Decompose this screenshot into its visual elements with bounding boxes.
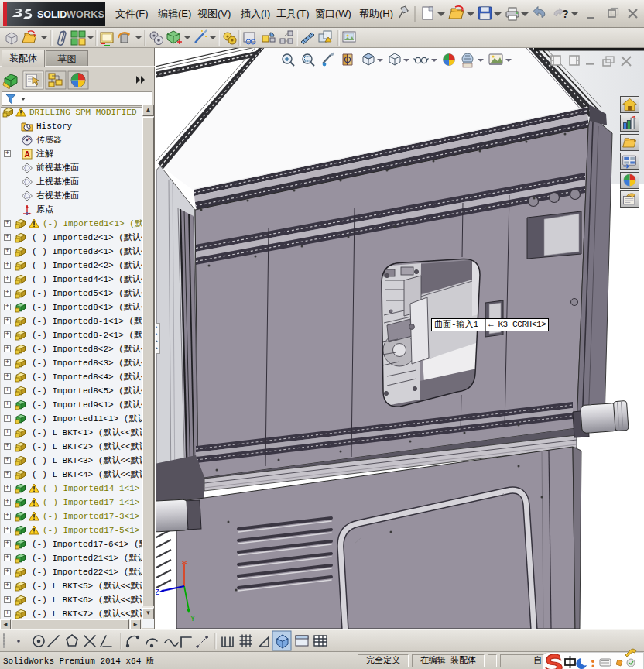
svg-text:?: ? bbox=[562, 8, 569, 20]
svg-text:Z: Z bbox=[156, 588, 159, 597]
svg-text:WORKS: WORKS bbox=[67, 9, 104, 20]
svg-text:SOLID: SOLID bbox=[37, 9, 67, 20]
svg-text:Y: Y bbox=[190, 615, 195, 623]
